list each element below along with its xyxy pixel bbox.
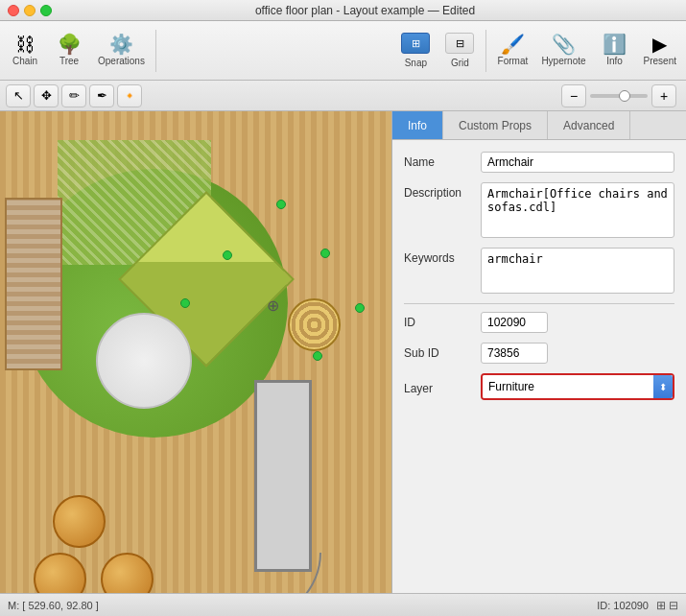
selection-dot-4 <box>320 249 330 258</box>
description-row: Description <box>404 182 674 238</box>
format-label: Format <box>498 56 529 66</box>
tab-advanced[interactable]: Advanced <box>548 111 630 139</box>
main-content: ⊕ Info Custom Props Advanced Name Descri… <box>0 111 686 593</box>
zoom-slider-track[interactable] <box>590 94 648 98</box>
operations-label: Operations <box>98 56 145 66</box>
door-arc <box>254 553 321 593</box>
window-title: office floor plan - Layout example — Edi… <box>52 4 678 17</box>
id-label: ID <box>404 312 481 329</box>
subid-label: Sub ID <box>404 343 481 360</box>
sofa[interactable] <box>5 198 62 370</box>
toolbar-chain[interactable]: ⛓ Chain <box>4 31 46 70</box>
main-toolbar: ⛓ Chain 🌳 Tree ⚙️ Operations ⊞ Snap ⊟ Gr… <box>0 21 686 81</box>
white-circle <box>96 313 192 409</box>
dropper-tool-button[interactable]: 🔸 <box>117 84 142 107</box>
toolbar-separator-1 <box>155 30 156 72</box>
subid-input[interactable] <box>481 343 548 364</box>
snap-button[interactable]: ⊞ <box>401 33 430 54</box>
id-row: ID <box>404 312 674 333</box>
hand-tool-button[interactable]: ✥ <box>34 84 59 107</box>
toolbar-hypernote[interactable]: 📎 Hypernote <box>535 31 591 70</box>
status-grid-icon[interactable]: ⊞ <box>656 599 666 612</box>
description-input[interactable] <box>481 182 674 238</box>
zoom-in-button[interactable]: + <box>651 84 676 107</box>
snap-label: Snap <box>405 58 427 68</box>
layer-label: Layer <box>404 378 481 395</box>
hypernote-label: Hypernote <box>541 56 585 66</box>
selection-dot-3 <box>180 298 190 308</box>
panel-content: Name Description Keywords ID Sub ID <box>392 140 686 593</box>
cursor-crosshair: ⊕ <box>267 296 279 315</box>
status-icons: ⊞ ⊟ <box>656 599 678 612</box>
pencil-tool-button[interactable]: ✒ <box>89 84 114 107</box>
name-input[interactable] <box>481 152 674 173</box>
tab-bar: Info Custom Props Advanced <box>392 111 686 140</box>
zoom-controls: − + <box>561 84 676 107</box>
title-bar: office floor plan - Layout example — Edi… <box>0 0 686 21</box>
tab-info[interactable]: Info <box>392 111 443 139</box>
name-label: Name <box>404 152 481 169</box>
selection-dot-2 <box>223 250 232 260</box>
toolbar-operations[interactable]: ⚙️ Operations <box>92 31 151 70</box>
name-row: Name <box>404 152 674 173</box>
selection-dot-1 <box>276 200 286 209</box>
info-label: Info <box>606 56 623 66</box>
hypernote-icon: 📎 <box>552 35 576 54</box>
tree-label: Tree <box>59 56 79 66</box>
minimize-button[interactable] <box>24 5 35 16</box>
present-label: Present <box>644 56 676 66</box>
id-input[interactable] <box>481 312 548 333</box>
toolbar-separator-2 <box>485 30 486 72</box>
grid-button[interactable]: ⊟ <box>445 33 474 54</box>
canvas[interactable]: ⊕ <box>0 111 391 593</box>
zoom-slider-thumb[interactable] <box>619 90 630 102</box>
secondary-toolbar: ↖ ✥ ✏ ✒ 🔸 − + <box>0 81 686 111</box>
chain-icon: ⛓ <box>15 35 35 54</box>
grid-label: Grid <box>451 58 469 68</box>
toolbar-tree[interactable]: 🌳 Tree <box>48 31 90 70</box>
door-frame <box>254 380 312 572</box>
toolbar-info[interactable]: ℹ️ Info <box>594 31 636 70</box>
description-label: Description <box>404 182 481 200</box>
subid-row: Sub ID <box>404 343 674 364</box>
toolbar-snap[interactable]: ⊞ Snap <box>394 29 437 72</box>
tree-icon: 🌳 <box>58 35 82 54</box>
toolbar-format[interactable]: 🖌️ Format <box>491 31 533 70</box>
chair-1[interactable] <box>53 495 106 548</box>
traffic-lights <box>8 5 52 16</box>
stair-object[interactable] <box>288 298 345 356</box>
layer-select-wrapper: Furniture Background Walls Doors Windows… <box>481 373 674 400</box>
layer-select[interactable]: Furniture Background Walls Doors Windows… <box>483 375 673 398</box>
toolbar-present[interactable]: ▶ Present <box>638 31 682 70</box>
toolbar-grid[interactable]: ⊟ Grid <box>438 29 481 72</box>
status-coordinates: M: [ 529.60, 92.80 ] <box>8 600 597 611</box>
tab-custom-props[interactable]: Custom Props <box>443 111 548 139</box>
info-icon: ℹ️ <box>603 35 627 54</box>
format-icon: 🖌️ <box>501 35 525 54</box>
keywords-input[interactable] <box>481 248 674 294</box>
keywords-label: Keywords <box>404 248 481 265</box>
select-tool-button[interactable]: ↖ <box>6 84 31 107</box>
pen-tool-button[interactable]: ✏ <box>61 84 86 107</box>
layer-row: Layer Furniture Background Walls Doors W… <box>404 373 674 400</box>
operations-icon: ⚙️ <box>109 35 133 54</box>
zoom-out-button[interactable]: − <box>561 84 586 107</box>
status-view-icon[interactable]: ⊟ <box>669 599 678 612</box>
chain-label: Chain <box>12 56 37 66</box>
selection-dot-5 <box>355 303 365 313</box>
status-bar: M: [ 529.60, 92.80 ] ID: 102090 ⊞ ⊟ <box>0 593 686 616</box>
close-button[interactable] <box>8 5 19 16</box>
maximize-button[interactable] <box>40 5 52 16</box>
present-icon: ▶ <box>652 35 667 54</box>
layer-chevron-icon[interactable]: ⬍ <box>653 375 673 398</box>
selection-dot-6 <box>313 351 322 361</box>
section-divider <box>404 303 674 304</box>
right-panel: Info Custom Props Advanced Name Descript… <box>391 111 686 593</box>
keywords-row: Keywords <box>404 248 674 294</box>
status-id: ID: 102090 <box>597 600 649 611</box>
